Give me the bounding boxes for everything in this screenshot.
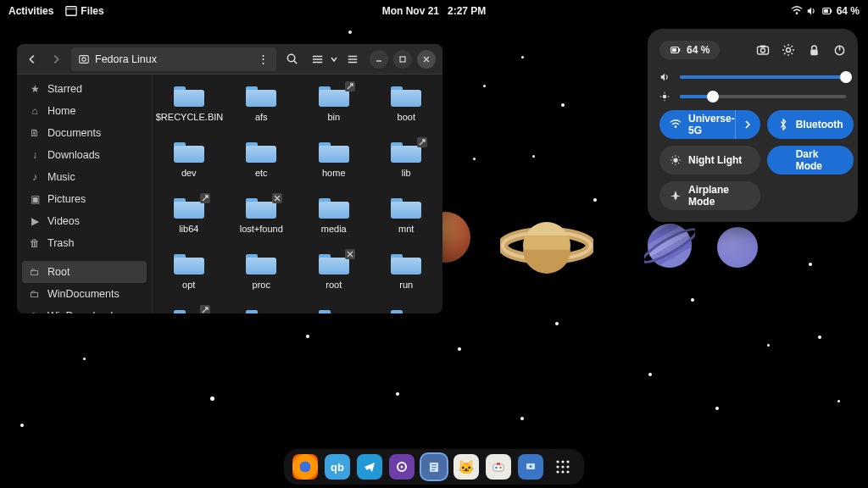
sidebar-label: Downloads (47, 149, 100, 161)
date-label: Mon Nov 21 (382, 5, 439, 17)
folder-item[interactable]: mnt (370, 193, 443, 249)
settings-button[interactable] (782, 43, 795, 57)
sidebar-item-pictures[interactable]: ▣Pictures (22, 188, 147, 210)
svg-line-67 (672, 163, 673, 164)
svg-rect-76 (497, 463, 500, 465)
minimize-button[interactable] (370, 50, 388, 69)
night-light-icon (670, 154, 682, 166)
folder-item[interactable]: root (298, 249, 370, 305)
svg-line-68 (678, 157, 679, 158)
dock-firefox[interactable] (292, 454, 318, 480)
svg-rect-75 (493, 464, 504, 471)
bluetooth-toggle[interactable]: Bluetooth (767, 110, 854, 139)
folder-item[interactable] (370, 305, 443, 313)
folder-icon (391, 310, 421, 313)
svg-rect-73 (431, 467, 437, 468)
folder-item[interactable]: media (298, 193, 370, 249)
folder-label: opt (182, 280, 195, 291)
folder-item[interactable]: lib (370, 137, 443, 193)
back-button[interactable] (20, 47, 44, 71)
brightness-slider-row (659, 92, 846, 102)
sidebar-label: Starred (47, 83, 82, 95)
volume-slider[interactable] (680, 75, 846, 79)
appmenu-files[interactable]: Files (65, 5, 103, 17)
dark-mode-toggle[interactable]: Dark Mode (767, 146, 854, 175)
folder-item[interactable]: lib64 (153, 193, 225, 249)
svg-line-50 (792, 46, 793, 47)
sidebar-item-home[interactable]: ⌂Home (22, 100, 147, 122)
files-window: Fedora Linux ⋮ (17, 44, 442, 313)
close-button[interactable] (417, 50, 436, 69)
svg-point-60 (673, 158, 677, 162)
dock-lollypop[interactable] (389, 454, 415, 480)
screenshot-button[interactable] (756, 43, 770, 57)
folder-item[interactable] (153, 305, 225, 313)
wifi-toggle[interactable]: Universe-5G (659, 110, 760, 139)
folder-label: media (321, 224, 347, 235)
view-dropdown-button[interactable] (327, 47, 341, 71)
folder-item[interactable]: opt (153, 249, 225, 305)
clock[interactable]: Mon Nov 21 2:27 PM (382, 5, 487, 17)
sidebar-item-windownloads[interactable]: 🗀WinDownloads (22, 305, 147, 313)
svg-rect-74 (431, 469, 435, 470)
qs-battery-pill[interactable]: 64 % (659, 41, 720, 59)
folder-item[interactable] (298, 305, 370, 313)
sidebar-item-starred[interactable]: ★Starred (22, 78, 147, 100)
folder-label: lib (402, 168, 411, 179)
sidebar-item-root[interactable]: 🗀Root (22, 261, 147, 283)
dock-show-apps[interactable] (550, 454, 576, 480)
maximize-button[interactable] (393, 50, 412, 69)
folder-item[interactable]: afs (225, 81, 298, 137)
svg-point-89 (566, 470, 569, 473)
svg-rect-41 (760, 46, 765, 48)
folder-icon (319, 198, 349, 219)
wifi-expand-button[interactable] (735, 110, 760, 139)
svg-rect-9 (66, 7, 76, 16)
svg-rect-13 (830, 9, 832, 13)
lock-button[interactable] (807, 43, 821, 57)
svg-line-48 (792, 53, 793, 55)
folder-label: lost+found (240, 224, 283, 235)
dock-kitty[interactable]: 🐱 (453, 454, 479, 480)
night-light-toggle[interactable]: Night Light (659, 146, 760, 175)
dock-qbittorrent[interactable]: qb (325, 454, 350, 480)
folder-item[interactable]: home (298, 137, 370, 193)
folder-item[interactable]: etc (225, 137, 298, 193)
airplane-toggle[interactable]: Airplane Mode (659, 181, 760, 210)
sidebar-item-documents[interactable]: 🗎Documents (22, 122, 147, 144)
sidebar-item-videos[interactable]: ▶Videos (22, 210, 147, 232)
folder-label: dev (181, 168, 197, 179)
folder-label: etc (255, 168, 268, 179)
svg-point-11 (795, 12, 798, 14)
files-iconview[interactable]: $RECYCLE.BINafsbinbootdevetchomeliblib64… (153, 75, 442, 313)
folder-item[interactable]: run (370, 249, 443, 305)
sidebar-label: Trash (47, 237, 75, 249)
symlink-badge-icon (200, 193, 210, 203)
activities-button[interactable]: Activities (8, 5, 53, 17)
folder-item[interactable]: lost+found (225, 193, 298, 249)
forward-button[interactable] (44, 47, 68, 71)
system-status-area[interactable]: 64 % (791, 5, 860, 17)
search-button[interactable] (280, 47, 303, 71)
sidebar-item-windocuments[interactable]: 🗀WinDocuments (22, 283, 147, 305)
sidebar-item-trash[interactable]: 🗑Trash (22, 232, 147, 254)
folder-item[interactable]: bin (298, 81, 370, 137)
folder-item[interactable]: dev (153, 137, 225, 193)
pathbar[interactable]: Fedora Linux ⋮ (71, 47, 276, 71)
folder-item[interactable] (225, 305, 298, 313)
dock-connections[interactable] (518, 454, 543, 480)
power-button[interactable] (832, 43, 846, 57)
sidebar-item-music[interactable]: ♪Music (22, 166, 147, 188)
folder-item[interactable]: $RECYCLE.BIN (153, 81, 225, 137)
folder-item[interactable]: boot (370, 81, 443, 137)
sidebar-item-downloads[interactable]: ↓Downloads (22, 144, 147, 166)
hamburger-menu-button[interactable] (341, 47, 364, 71)
view-icon-button[interactable] (309, 47, 327, 71)
svg-line-66 (678, 163, 679, 164)
dock-telegram[interactable] (357, 454, 382, 480)
folder-item[interactable]: proc (225, 249, 298, 305)
brightness-slider[interactable] (680, 95, 846, 98)
path-menu-button[interactable]: ⋮ (253, 53, 273, 65)
dock-files[interactable] (421, 454, 447, 480)
dock-software[interactable] (486, 454, 511, 480)
